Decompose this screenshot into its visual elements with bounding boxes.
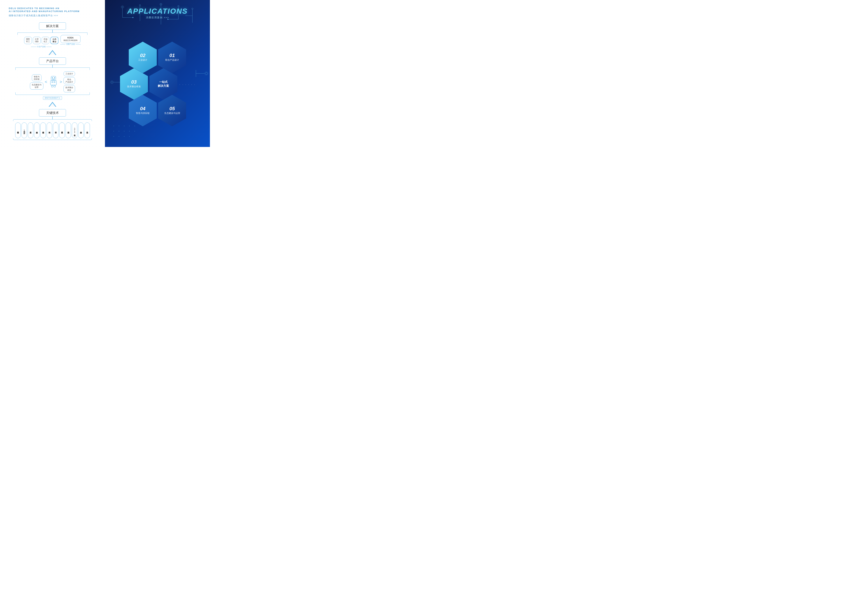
hex-01-label: 联合产品设计 xyxy=(165,59,179,62)
hex-05[interactable]: 05 生态建设与运营 xyxy=(158,95,186,126)
chevron-arrow-1 xyxy=(49,50,56,55)
platform-right: 工业设计 联合产品设计 技术整合研发 xyxy=(63,71,75,92)
tech-8: 跟随自主导航技术 xyxy=(59,123,65,138)
solutions-title: 解决方案 xyxy=(39,22,66,30)
solutions-row: 国防军工 公安消防 石油化工 公共事业 行业产品线 KODA 家庭交互AI机器狗 xyxy=(9,37,96,48)
svg-point-21 xyxy=(160,3,162,6)
robot-svg xyxy=(49,76,58,87)
decorative-dots: · · · · · · xyxy=(180,83,196,86)
tech-pills: 轻量化高效传动技术 分布式AI云技术 自组网通信技术 大扭矩紧凑型电机模组技术 … xyxy=(15,123,90,138)
applications-title: APPLICATIONS xyxy=(114,7,201,15)
svg-rect-6 xyxy=(50,80,56,85)
tech-4: 大扭矩紧凑型电机模组技术 xyxy=(34,123,40,138)
hex-05-label: 生态建设与运营 xyxy=(164,112,180,115)
hex-04-label: 智造与供应链 xyxy=(136,112,149,115)
tech-6: 噪声听觉识别 xyxy=(47,123,52,138)
item-gongye: 工业设计 xyxy=(63,71,75,76)
hex-02-number: 02 xyxy=(140,53,145,58)
connector-line xyxy=(52,30,53,32)
svg-point-44 xyxy=(205,72,207,75)
tech-11: 多源异构感知技术 xyxy=(78,123,84,138)
chevron-arrow-2 xyxy=(49,102,56,107)
platform-bracket-top xyxy=(15,68,90,70)
svg-rect-8 xyxy=(54,81,55,83)
tech-2: 分布式AI云技术 xyxy=(22,123,27,138)
section-key-tech: 关键技术 轻量化高效传动技术 分布式AI云技术 自组网通信技术 大扭矩紧凑型电机… xyxy=(9,109,96,140)
svg-point-16 xyxy=(139,4,141,6)
platform-title: 产品平台 xyxy=(39,58,66,65)
right-header: APPLICATIONS 消费应用案例 >>> xyxy=(114,7,201,19)
svg-point-48 xyxy=(111,81,113,83)
tech-bracket-top xyxy=(13,119,92,121)
hex-03-label: 技术整合研发 xyxy=(127,85,141,88)
product-pills: 国防军工 公安消防 石油化工 公共事业 xyxy=(24,37,58,44)
item-shengtai: 生态建设与运营 xyxy=(30,83,43,90)
koda-subtitle: 家庭交互AI机器狗 xyxy=(63,39,77,41)
left-header: DELU DEDICATES TO BECOMING AN AI INTEGRA… xyxy=(9,7,96,17)
hex-04[interactable]: 04 智造与供应链 xyxy=(129,95,157,126)
svg-point-23 xyxy=(178,6,179,7)
product-guofang: 国防军工 xyxy=(24,37,32,44)
svg-point-20 xyxy=(160,4,162,5)
section-solutions: 解决方案 国防军工 公安消防 石油化工 公共事业 行业产品线 xyxy=(9,22,96,56)
svg-rect-7 xyxy=(52,81,53,83)
hex-05-number: 05 xyxy=(169,106,175,111)
industry-group: 国防军工 公安消防 石油化工 公共事业 行业产品线 xyxy=(24,37,58,48)
tech-10: vSLAM导航技术 xyxy=(72,123,77,138)
tech-5: 高功率密度电池管理技术 xyxy=(40,123,46,138)
tech-1: 轻量化高效传动技术 xyxy=(15,123,21,138)
industry-label: 行业产品线 xyxy=(31,46,52,48)
right-panel: APPLICATIONS 消费应用案例 >>> 02 工业设计 01 联合产品设… xyxy=(105,0,210,147)
section-platform: 产品平台 智造与供应链 生态建设与运营 < xyxy=(9,58,96,107)
connector-line-3 xyxy=(52,117,53,119)
hex-03-number: 03 xyxy=(131,80,137,84)
platform-label: 德鲁AI创新赋能平台 xyxy=(43,96,62,100)
applications-subtitle: 消费应用案例 >>> xyxy=(114,16,201,19)
left-title-english: DELU DEDICATES TO BECOMING AN AI INTEGRA… xyxy=(9,7,96,13)
connector-line-2 xyxy=(52,65,53,68)
robot-figure xyxy=(49,76,58,88)
hex-05-wrap[interactable]: 05 生态建设与运营 xyxy=(158,95,186,126)
hex-center-label: 一站式解决方案 xyxy=(158,80,169,88)
bracket-top xyxy=(18,32,87,35)
item-jishu: 技术整合研发 xyxy=(63,85,75,92)
svg-point-49 xyxy=(111,81,114,84)
left-panel: DELU DEDICATES TO BECOMING AN AI INTEGRA… xyxy=(0,0,105,147)
hex-grid: 02 工业设计 01 联合产品设计 03 技术整合研发 xyxy=(114,28,201,140)
platform-row: 智造与供应链 生态建设与运营 < xyxy=(9,71,96,92)
hex-01-number: 01 xyxy=(169,53,175,58)
item-lianhe: 联合产品设计 xyxy=(63,77,75,84)
svg-point-2 xyxy=(54,77,55,78)
tech-12: 自然交互技术 xyxy=(84,123,90,138)
tech-7: 声目标识别 xyxy=(53,123,58,138)
tech-bracket-bottom xyxy=(13,138,92,140)
hex-04-wrap[interactable]: 04 智造与供应链 xyxy=(129,95,157,126)
svg-rect-9 xyxy=(52,86,53,87)
platform-left: 智造与供应链 生态建设与运营 xyxy=(30,74,43,90)
svg-rect-10 xyxy=(54,86,55,87)
arrow-right-icon: > xyxy=(60,80,62,84)
keytech-title: 关键技术 xyxy=(39,109,66,117)
product-gongan: 公安消防 xyxy=(33,37,41,44)
svg-point-45 xyxy=(205,72,208,75)
product-shiyou: 石油化工 xyxy=(41,37,49,44)
tech-3: 自组网通信技术 xyxy=(28,123,33,138)
consumer-label: 消费产品线 xyxy=(60,43,81,46)
tech-9: 复杂地形自适应控制技术 xyxy=(66,123,71,138)
hex-02-label: 工业设计 xyxy=(138,59,147,62)
left-title-chinese: 德鲁动力致力于成为机器人集成智造平台 >>> xyxy=(9,14,96,17)
item-zhizao: 智造与供应链 xyxy=(32,74,41,81)
koda-title: KODA xyxy=(63,37,77,39)
diagram: 解决方案 国防军工 公安消防 石油化工 公共事业 行业产品线 xyxy=(9,22,96,140)
arrow-left-icon: < xyxy=(45,80,47,84)
svg-point-1 xyxy=(52,77,53,78)
koda-box: KODA 家庭交互AI机器狗 xyxy=(61,35,80,43)
koda-group: KODA 家庭交互AI机器狗 消费产品线 xyxy=(60,35,81,46)
product-gongong: 公共事业 xyxy=(50,37,58,44)
svg-rect-3 xyxy=(52,79,55,80)
svg-rect-0 xyxy=(51,76,56,80)
platform-bracket-bottom xyxy=(15,92,90,95)
hex-04-number: 04 xyxy=(140,106,145,111)
